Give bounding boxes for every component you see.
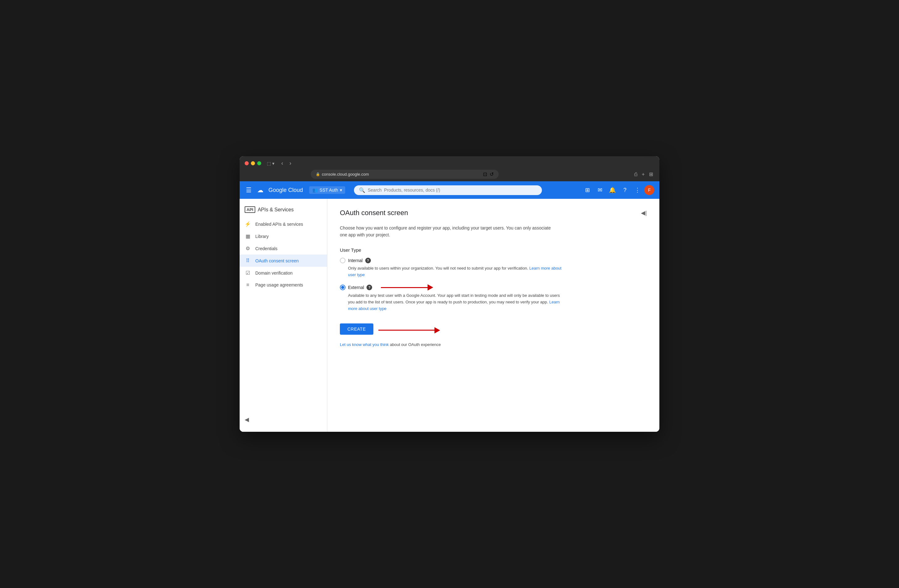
sidebar-item-label: Enabled APIs & services (255, 222, 303, 227)
share-icon[interactable]: ⎙ (633, 170, 639, 179)
create-row: CREATE (340, 318, 647, 342)
collapse-content-button[interactable]: ◀| (641, 210, 647, 216)
library-icon: ▦ (245, 233, 251, 239)
translate-icon: ⊡ (483, 171, 487, 177)
reload-icon[interactable]: ↺ (490, 171, 494, 177)
api-badge: API (245, 206, 255, 213)
lock-icon: 🔒 (316, 172, 320, 176)
external-label: External (348, 285, 364, 290)
sidebar-item-label: Page usage agreements (255, 282, 303, 287)
page-title: OAuth consent screen (340, 209, 408, 217)
sidebar-title: APIs & Services (258, 207, 294, 213)
forward-button[interactable]: › (288, 159, 293, 167)
google-cloud-logo-icon: ☁ (256, 185, 266, 195)
sidebar-item-label: Library (255, 234, 269, 239)
sidebar-item-library[interactable]: ▦ Library (239, 230, 327, 242)
oauth-icon: ⠿ (245, 258, 251, 264)
gc-logo[interactable]: ☁ Google Cloud (256, 185, 303, 195)
collapse-icon: ◀ (245, 416, 249, 423)
content-area: OAuth consent screen ◀| Choose how you w… (327, 199, 660, 432)
user-avatar[interactable]: F (644, 185, 654, 195)
help-icon[interactable]: ? (619, 184, 630, 196)
create-button[interactable]: CREATE (340, 323, 373, 335)
browser-controls: ⬚ ▾ ‹ › (245, 159, 654, 167)
sidebar-item-label: Credentials (255, 246, 278, 251)
search-input[interactable] (368, 188, 537, 193)
credentials-icon: ⚙ (245, 245, 251, 252)
sidebar-item-label: Domain verification (255, 270, 293, 276)
section-title: User Type (340, 247, 647, 253)
external-help-icon[interactable]: ? (366, 285, 372, 290)
sidebar-item-enabled-apis[interactable]: ⚡ Enabled APIs & services (239, 218, 327, 230)
sidebar-toggle-button[interactable]: ⬚ ▾ (265, 160, 276, 167)
hamburger-menu-button[interactable]: ☰ (245, 185, 253, 195)
external-arrow-annotation (381, 284, 433, 290)
content-header: OAuth consent screen ◀| (340, 209, 647, 217)
extensions-icon[interactable]: ⊞ (648, 170, 654, 179)
search-icon: 🔍 (359, 187, 365, 193)
domain-verification-icon: ☑ (245, 270, 251, 276)
sidebar-item-page-usage[interactable]: ≡ Page usage agreements (239, 279, 327, 291)
sidebar-item-oauth-consent[interactable]: ⠿ OAuth consent screen (239, 255, 327, 267)
project-dropdown-icon: ▾ (340, 188, 342, 193)
svg-text:☁: ☁ (257, 187, 263, 193)
create-arrow-line (378, 330, 435, 331)
toolbar-icons: ⎙ + ⊞ (633, 170, 654, 179)
close-button[interactable] (245, 161, 249, 165)
sidebar-header: API APIs & Services (239, 204, 327, 218)
gc-topbar: ☰ ☁ Google Cloud 👥 SST Auth ▾ 🔍 ⊞ ✉ 🔔 ? … (239, 181, 660, 199)
url-text: console.cloud.google.com (322, 172, 369, 177)
internal-option: Internal ? Only available to users withi… (340, 258, 647, 278)
external-option-wrapper: External ? Available to any test user wi… (340, 284, 647, 312)
traffic-lights (245, 161, 261, 165)
apps-icon[interactable]: ⊞ (582, 184, 593, 196)
create-arrow-annotation (378, 327, 440, 333)
internal-radio-row: Internal ? (340, 258, 647, 263)
sidebar: API APIs & Services ⚡ Enabled APIs & ser… (239, 199, 327, 432)
sidebar-spacer (239, 291, 327, 412)
notifications-icon[interactable]: 🔔 (607, 184, 618, 196)
internal-description: Only available to users within your orga… (348, 265, 567, 278)
internal-radio-button[interactable] (340, 258, 346, 263)
address-bar-icons: ⊡ ↺ (483, 171, 494, 177)
external-radio-button[interactable] (340, 285, 346, 290)
address-bar[interactable]: 🔒 console.cloud.google.com ⊡ ↺ (311, 170, 499, 179)
external-radio-row: External ? (340, 284, 647, 290)
feedback-link[interactable]: Let us know what you think (340, 342, 389, 347)
sidebar-item-credentials[interactable]: ⚙ Credentials (239, 242, 327, 255)
gc-logo-text: Google Cloud (269, 187, 303, 193)
sidebar-item-label: OAuth consent screen (255, 258, 299, 263)
topbar-actions: ⊞ ✉ 🔔 ? ⋮ F (582, 184, 654, 196)
internal-help-icon[interactable]: ? (365, 258, 371, 263)
maximize-button[interactable] (257, 161, 261, 165)
browser-chrome: ⬚ ▾ ‹ › 🔒 console.cloud.google.com ⊡ ↺ ⎙… (239, 156, 660, 181)
support-icon[interactable]: ✉ (594, 184, 606, 196)
more-options-icon[interactable]: ⋮ (632, 184, 643, 196)
external-option: External ? Available to any test user wi… (340, 284, 647, 312)
project-selector[interactable]: 👥 SST Auth ▾ (309, 186, 345, 194)
project-users-icon: 👥 (312, 188, 318, 193)
minimize-button[interactable] (251, 161, 255, 165)
back-button[interactable]: ‹ (280, 159, 284, 167)
internal-label: Internal (348, 258, 363, 263)
description-text: Choose how you want to configure and reg… (340, 224, 559, 239)
arrow-head-external (428, 284, 433, 290)
sidebar-collapse-button[interactable]: ◀ (239, 412, 327, 427)
feedback-suffix: about our OAuth experience (389, 342, 441, 347)
search-bar[interactable]: 🔍 (354, 185, 542, 195)
sidebar-item-domain-verification[interactable]: ☑ Domain verification (239, 267, 327, 279)
feedback-text: Let us know what you think about our OAu… (340, 342, 647, 347)
enabled-apis-icon: ⚡ (245, 221, 251, 227)
create-arrow-head (434, 327, 440, 333)
external-description: Available to any test user with a Google… (348, 292, 567, 312)
main-layout: API APIs & Services ⚡ Enabled APIs & ser… (239, 199, 660, 432)
arrow-line (381, 287, 428, 288)
address-bar-row: 🔒 console.cloud.google.com ⊡ ↺ ⎙ + ⊞ (245, 170, 654, 181)
project-name: SST Auth (320, 188, 338, 193)
add-tab-icon[interactable]: + (641, 170, 646, 179)
page-usage-icon: ≡ (245, 282, 251, 288)
